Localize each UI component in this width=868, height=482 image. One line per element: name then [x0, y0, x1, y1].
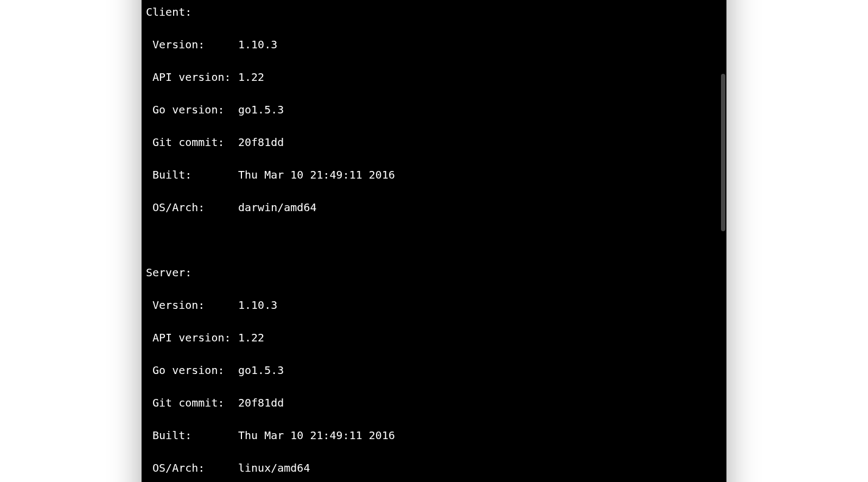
server-version: Version:1.10.3 — [146, 297, 722, 313]
client-built: Built:Thu Mar 10 21:49:11 2016 — [146, 167, 722, 183]
terminal-body[interactable]: OSX: dieter@demo.local in ~ 🐳 docker ver… — [142, 0, 726, 482]
blank-line — [146, 232, 722, 248]
server-built: Built:Thu Mar 10 21:49:11 2016 — [146, 427, 722, 443]
server-api: API version:1.22 — [146, 329, 722, 346]
server-go: Go version:go1.5.3 — [146, 362, 722, 378]
server-git: Git commit:20f81dd — [146, 395, 722, 411]
client-os: OS/Arch:darwin/amd64 — [146, 199, 722, 215]
server-os: OS/Arch:linux/amd64 — [146, 460, 722, 476]
terminal-window: 1. Docker for Mac (bash) OSX: dieter@dem… — [142, 0, 726, 482]
scrollbar[interactable] — [721, 0, 725, 482]
client-header: Client: — [146, 4, 722, 20]
client-api: API version:1.22 — [146, 69, 722, 85]
scrollbar-thumb[interactable] — [721, 74, 725, 231]
client-version: Version:1.10.3 — [146, 36, 722, 53]
client-git: Git commit:20f81dd — [146, 134, 722, 150]
client-go: Go version:go1.5.3 — [146, 102, 722, 118]
server-header: Server: — [146, 264, 722, 281]
